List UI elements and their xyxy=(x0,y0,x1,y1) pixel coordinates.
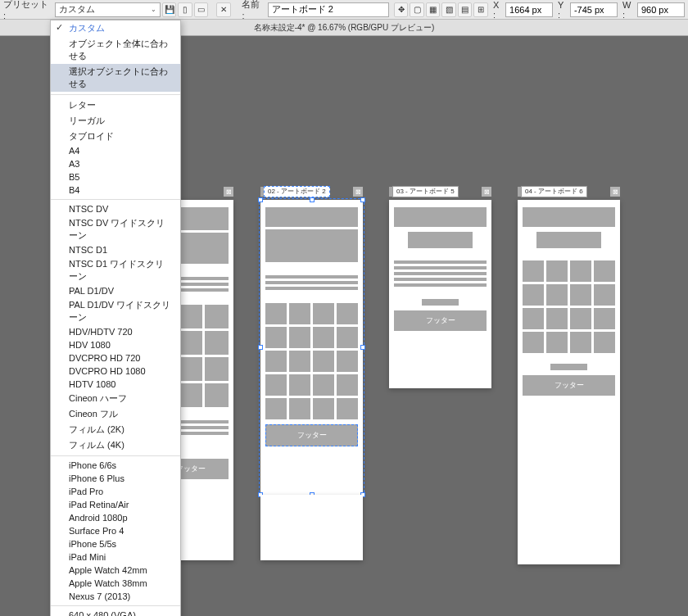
preset-menu-item[interactable]: A3 xyxy=(51,157,180,170)
preset-menu-item[interactable]: iPad Mini xyxy=(51,550,180,564)
grid-icon[interactable]: ▤ xyxy=(458,2,473,17)
preset-menu-item[interactable]: HDV 1080 xyxy=(51,338,180,351)
artboard-4-footer: フッター xyxy=(523,375,615,396)
preset-menu-item[interactable]: HDV/HDTV 720 xyxy=(51,325,180,338)
y-input[interactable] xyxy=(570,2,618,17)
preset-menu-item[interactable]: Android 1080p xyxy=(51,511,180,524)
preset-menu-item[interactable]: PAL D1/DV ワイドスクリーン xyxy=(51,297,180,325)
preset-menu-item[interactable]: DVCPRO HD 720 xyxy=(51,351,180,365)
delete-icon[interactable]: ✕ xyxy=(216,2,231,17)
portrait-icon[interactable]: ▯ xyxy=(178,2,192,17)
artboard-4[interactable]: 04 - アートボード 6 ⊠ フッター xyxy=(518,200,620,564)
preset-menu-item[interactable]: iPhone 6/6s xyxy=(51,459,180,472)
artboard-2-footer: フッター xyxy=(265,424,358,446)
preset-menu-item[interactable]: Nexus 7 (2013) xyxy=(51,590,180,603)
preset-menu-item[interactable]: NTSC D1 ワイドスクリーン xyxy=(51,256,180,284)
preset-label: プリセット : xyxy=(3,0,52,20)
top-toolbar: プリセット : カスタム ⌄ 💾 ▯ ▭ ✕ 名前 : ✥ ▢ ▦ ▧ ▤ ⊞ … xyxy=(0,0,688,20)
preset-value: カスタム xyxy=(59,3,95,16)
artboard-2-label: 02 - アートボード 2 xyxy=(264,186,330,197)
name-label: 名前 : xyxy=(242,0,264,20)
align-3-icon[interactable]: ▧ xyxy=(441,2,456,17)
save-preset-icon[interactable]: 💾 xyxy=(162,2,177,17)
x-label: X : xyxy=(493,0,504,20)
close-icon[interactable]: ⊠ xyxy=(224,187,233,197)
preset-menu-item[interactable]: HDTV 1080 xyxy=(51,378,180,391)
artboard-name-input[interactable] xyxy=(268,2,389,17)
align-2-icon[interactable]: ▦ xyxy=(426,2,441,17)
align-1-icon[interactable]: ▢ xyxy=(410,2,424,17)
preset-menu-item[interactable]: 640 x 480 (VGA) xyxy=(51,609,180,616)
document-tab-label: 名称未設定-4* @ 16.67% (RGB/GPU プレビュー) xyxy=(254,22,435,34)
preset-menu-item[interactable]: Cineon フル xyxy=(51,406,180,422)
w-input[interactable] xyxy=(637,2,685,17)
preset-menu-item[interactable]: Cineon ハーフ xyxy=(51,391,180,406)
preset-menu-item[interactable]: カスタム xyxy=(51,20,180,36)
artboard-2-extension xyxy=(260,495,363,560)
preset-menu-item[interactable]: フィルム (4K) xyxy=(51,437,180,453)
preset-menu-item[interactable]: iPhone 6 Plus xyxy=(51,472,180,485)
artboard-3-footer: フッター xyxy=(394,310,487,331)
close-icon[interactable]: ⊠ xyxy=(353,187,363,197)
preset-menu-item[interactable]: iPad Retina/Air xyxy=(51,498,180,511)
preset-menu-item[interactable]: 選択オブジェクトに合わせる xyxy=(51,64,180,92)
preset-dropdown[interactable]: カスタム ⌄ xyxy=(55,2,160,17)
preset-menu-item[interactable]: NTSC DV ワイドスクリーン xyxy=(51,215,180,243)
preset-menu-item[interactable]: B4 xyxy=(51,183,180,197)
preset-menu-item[interactable]: Surface Pro 4 xyxy=(51,524,180,537)
preset-menu-item[interactable]: PAL D1/DV xyxy=(51,284,180,297)
landscape-icon[interactable]: ▭ xyxy=(194,2,209,17)
preset-menu-item[interactable]: NTSC DV xyxy=(51,202,180,215)
preset-menu-item[interactable]: iPhone 5/5s xyxy=(51,537,180,550)
preset-menu-item[interactable]: B5 xyxy=(51,170,180,183)
preset-menu-item[interactable]: NTSC D1 xyxy=(51,243,180,256)
artboard-3[interactable]: 03 - アートボード 5 ⊠ フッター xyxy=(389,200,491,388)
chevron-down-icon: ⌄ xyxy=(151,6,156,13)
preset-menu-item[interactable]: フィルム (2K) xyxy=(51,422,180,437)
registration-icon[interactable]: ⊞ xyxy=(473,2,488,17)
preset-menu-item[interactable]: リーガル xyxy=(51,113,180,129)
preset-menu-item[interactable]: iPad Pro xyxy=(51,485,180,498)
preset-menu-item[interactable]: DVCPRO HD 1080 xyxy=(51,365,180,378)
preset-menu-item[interactable]: オブジェクト全体に合わせる xyxy=(51,36,180,64)
preset-menu-item[interactable]: タブロイド xyxy=(51,129,180,144)
preset-dropdown-menu[interactable]: カスタムオブジェクト全体に合わせる選択オブジェクトに合わせるレターリーガルタブロ… xyxy=(50,20,181,616)
x-input[interactable] xyxy=(505,2,553,17)
preset-menu-item[interactable]: Apple Watch 38mm xyxy=(51,577,180,590)
artboard-4-label: 04 - アートボード 6 xyxy=(521,186,587,197)
close-icon[interactable]: ⊠ xyxy=(482,187,491,197)
preset-menu-item[interactable]: レター xyxy=(51,97,180,113)
preset-menu-item[interactable]: A4 xyxy=(51,144,180,157)
move-icon[interactable]: ✥ xyxy=(394,2,409,17)
close-icon[interactable]: ⊠ xyxy=(610,187,620,197)
artboard-2-selected[interactable]: 02 - アートボード 2 ⊠ フッター xyxy=(260,200,363,495)
preset-menu-item[interactable]: Apple Watch 42mm xyxy=(51,564,180,577)
w-label: W : xyxy=(622,0,636,20)
artboard-3-label: 03 - アートボード 5 xyxy=(392,186,459,197)
y-label: Y : xyxy=(558,0,568,20)
